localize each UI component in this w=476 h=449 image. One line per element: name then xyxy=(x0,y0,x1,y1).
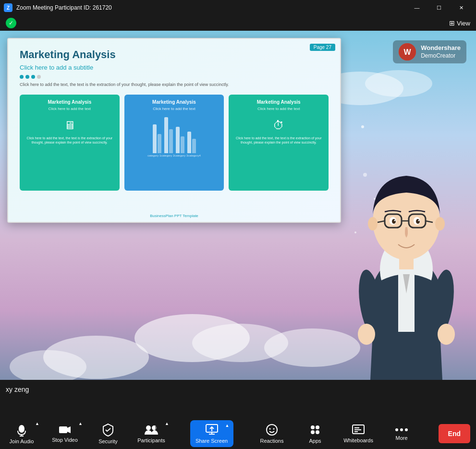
card2-subtitle: Click here to add the text xyxy=(153,107,195,111)
window-controls: — ☐ ✕ xyxy=(406,0,472,15)
stop-video-icon xyxy=(58,425,72,435)
security-icon xyxy=(102,423,114,437)
slide-title: Marketing Analysis xyxy=(20,49,329,61)
apps-button[interactable]: Apps xyxy=(293,418,337,449)
dot-3 xyxy=(31,75,35,79)
share-screen-icon xyxy=(205,424,219,436)
svg-point-48 xyxy=(267,425,277,435)
svg-point-31 xyxy=(392,219,396,224)
card1-icon: 🖥 xyxy=(64,119,75,132)
slide-cards: Marketing Analysis Click here to add the… xyxy=(20,95,329,191)
bar-chart xyxy=(148,115,201,153)
dot-2 xyxy=(25,75,29,79)
svg-rect-41 xyxy=(59,426,67,433)
svg-point-50 xyxy=(273,428,275,430)
svg-point-59 xyxy=(395,428,398,431)
stop-video-label: Stop Video xyxy=(52,437,78,443)
close-button[interactable]: ✕ xyxy=(450,0,472,15)
slide-card-3: Marketing Analysis Click here to add the… xyxy=(229,95,329,191)
title-bar: Z Zoom Meeting Participant ID: 261720 — … xyxy=(0,0,476,15)
join-audio-arrow-icon: ▲ xyxy=(35,421,39,426)
slide-card-2: Marketing Analysis Click here to add the… xyxy=(124,95,224,191)
join-audio-label: Join Audio xyxy=(10,438,34,444)
reactions-label: Reactions xyxy=(260,438,284,444)
window-title: Zoom Meeting Participant ID: 261720 xyxy=(16,4,112,11)
participants-button[interactable]: ▲ 1 Participants xyxy=(130,418,173,449)
bottom-toolbar: ▲ Join Audio ▲ Stop Video Secu xyxy=(0,418,476,449)
card3-text: Click here to add the text, the text is … xyxy=(233,136,324,146)
svg-point-42 xyxy=(146,425,151,430)
card2-title: Marketing Analysis xyxy=(152,99,196,105)
security-button[interactable]: Security xyxy=(86,418,130,449)
apps-icon xyxy=(309,424,321,436)
minimize-button[interactable]: — xyxy=(406,0,428,15)
svg-point-60 xyxy=(400,428,403,431)
share-screen-label: Share Screen xyxy=(195,438,228,444)
whiteboards-label: Whiteboards xyxy=(343,437,373,443)
slide-dots xyxy=(20,75,329,79)
dot-4 xyxy=(37,75,41,79)
security-label: Security xyxy=(98,438,118,444)
svg-point-52 xyxy=(316,425,319,429)
card3-subtitle: Click here to add the text xyxy=(257,107,300,111)
zoom-logo-icon: Z xyxy=(4,3,12,12)
card3-icon: ⏱ xyxy=(273,119,284,132)
share-screen-button[interactable]: ▲ Share Screen xyxy=(190,420,233,447)
dot-1 xyxy=(20,75,24,79)
card1-subtitle: Click here to add the text xyxy=(49,107,91,111)
share-screen-arrow-icon: ▲ xyxy=(225,423,230,428)
slide-inner: Page 27 Marketing Analysis Click here to… xyxy=(8,39,340,222)
avatar-character xyxy=(342,111,471,380)
slide-description: Click here to add the text, the text is … xyxy=(20,82,329,88)
participants-label: Participants xyxy=(137,437,165,443)
whiteboards-button[interactable]: Whiteboards xyxy=(337,418,380,449)
join-audio-button[interactable]: ▲ Join Audio xyxy=(0,418,43,449)
apps-label: Apps xyxy=(309,438,321,444)
end-meeting-button[interactable]: End xyxy=(439,424,470,443)
svg-point-23 xyxy=(435,217,445,231)
svg-point-34 xyxy=(418,220,420,221)
page-badge: Page 27 xyxy=(310,44,335,51)
card1-title: Marketing Analysis xyxy=(48,99,91,105)
svg-point-32 xyxy=(416,219,420,224)
join-audio-icon xyxy=(15,423,28,437)
svg-point-37 xyxy=(358,324,375,345)
svg-point-22 xyxy=(368,217,378,231)
svg-point-51 xyxy=(311,425,315,429)
whiteboards-icon xyxy=(352,424,365,436)
view-button[interactable]: ⊞ View xyxy=(449,19,470,27)
wondershare-logo: W Wondershare DemoCreator xyxy=(393,40,466,63)
username-label: xy zeng xyxy=(6,386,29,393)
toolbar-center-group: ▲ Share Screen xyxy=(188,418,235,449)
avatar-svg xyxy=(342,111,471,380)
svg-point-33 xyxy=(394,220,396,221)
maximize-button[interactable]: ☐ xyxy=(428,0,450,15)
toolbar-left-group: ▲ Join Audio ▲ Stop Video Secu xyxy=(0,418,173,449)
card3-title: Marketing Analysis xyxy=(257,99,301,105)
svg-text:W: W xyxy=(404,48,412,56)
more-button[interactable]: More xyxy=(380,418,423,449)
stop-video-button[interactable]: ▲ Stop Video xyxy=(43,418,86,449)
wondershare-text: Wondershare DemoCreator xyxy=(421,44,461,60)
svg-point-53 xyxy=(311,430,315,434)
svg-text:1: 1 xyxy=(155,425,157,430)
top-toolbar: ✓ ⊞ View xyxy=(0,15,476,31)
card1-text: Click here to add the text, the text is … xyxy=(24,136,115,146)
reactions-icon xyxy=(266,424,278,436)
presentation-slide: Page 27 Marketing Analysis Click here to… xyxy=(7,38,341,223)
participants-icon: 1 xyxy=(144,424,159,436)
reactions-button[interactable]: Reactions xyxy=(250,418,293,449)
svg-point-38 xyxy=(438,324,455,345)
wondershare-icon: W xyxy=(399,43,416,61)
more-label: More xyxy=(396,435,408,441)
svg-point-49 xyxy=(269,428,271,430)
view-icon: ⊞ xyxy=(449,19,455,27)
stop-video-arrow-icon: ▲ xyxy=(78,421,83,426)
slide-footer: BusinessPlan PPT Template xyxy=(150,214,198,218)
svg-point-54 xyxy=(316,430,319,434)
participants-arrow-icon: ▲ xyxy=(165,421,169,426)
title-bar-left: Z Zoom Meeting Participant ID: 261720 xyxy=(4,3,112,12)
slide-subtitle: Click here to add a subtitle xyxy=(20,64,329,71)
toolbar-right-group: Reactions Apps Whiteboards xyxy=(250,418,423,449)
svg-point-5 xyxy=(365,70,432,97)
